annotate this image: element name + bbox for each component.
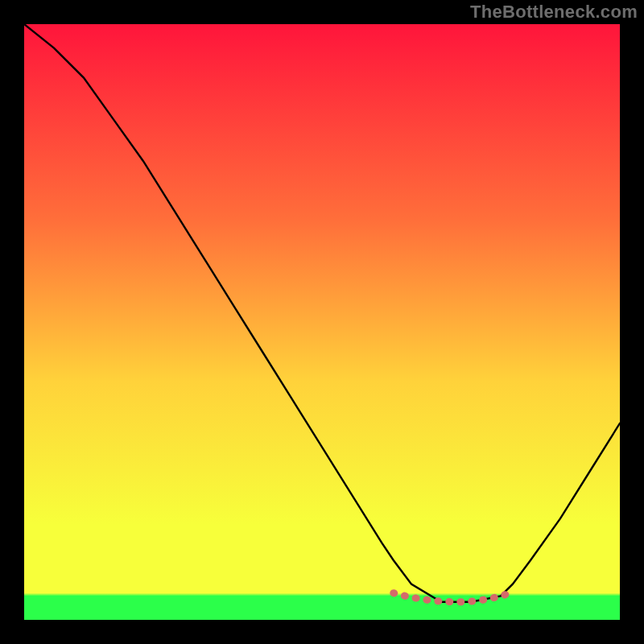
chart-svg xyxy=(24,24,620,620)
gradient-background xyxy=(24,24,620,620)
chart-frame: TheBottleneck.com xyxy=(0,0,644,644)
watermark-text: TheBottleneck.com xyxy=(470,2,638,23)
plot-area xyxy=(24,24,620,620)
